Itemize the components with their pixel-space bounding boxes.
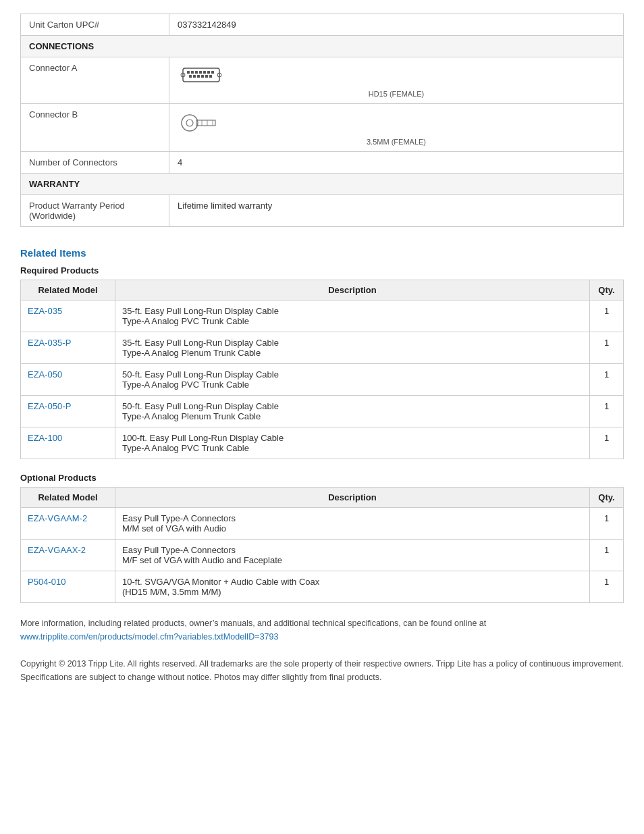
connector-a-label: Connector A — [21, 57, 169, 104]
table-row-warranty: Product Warranty Period (Worldwide) Life… — [21, 195, 624, 227]
table-row: P504-010 10-ft. SVGA/VGA Monitor + Audio… — [21, 571, 624, 603]
model-cell: P504-010 — [21, 571, 115, 603]
svg-rect-14 — [205, 75, 208, 78]
svg-rect-5 — [195, 71, 198, 74]
description-cell: Easy Pull Type-A Connectors M/M set of V… — [115, 508, 590, 540]
qty-cell: 1 — [590, 301, 624, 332]
description-cell: 50-ft. Easy Pull Long-Run Display Cable … — [115, 364, 590, 396]
table-row: Unit Carton UPC# 037332142849 — [21, 14, 624, 36]
model-cell: EZA-050-P — [21, 396, 115, 427]
table-header-row: Related Model Description Qty. — [21, 488, 624, 508]
model-cell: EZA-035 — [21, 301, 115, 332]
model-cell: EZA-VGAAX-2 — [21, 540, 115, 571]
connector-b-value: 3.5MM (FEMALE) — [169, 104, 624, 152]
3mm-female-caption: 3.5MM (FEMALE) — [178, 138, 615, 146]
desc-main: 10-ft. SVGA/VGA Monitor + Audio Cable wi… — [122, 577, 583, 587]
description-cell: Easy Pull Type-A Connectors M/F set of V… — [115, 540, 590, 571]
hd15-female-icon: HD15 (FEMALE) — [178, 63, 615, 98]
svg-rect-10 — [189, 75, 192, 78]
qty-cell: 1 — [590, 364, 624, 396]
hd15-female-caption: HD15 (FEMALE) — [178, 90, 615, 98]
col-header-qty: Qty. — [590, 488, 624, 508]
model-link[interactable]: EZA-035 — [28, 306, 62, 316]
model-cell: EZA-050 — [21, 364, 115, 396]
svg-rect-12 — [197, 75, 200, 78]
col-header-description: Description — [115, 280, 590, 301]
table-row: EZA-100 100-ft. Easy Pull Long-Run Displ… — [21, 427, 624, 459]
3mm-female-icon: 3.5MM (FEMALE) — [178, 109, 615, 146]
table-row: EZA-035 35-ft. Easy Pull Long-Run Displa… — [21, 301, 624, 332]
connector-a-value: HD15 (FEMALE) — [169, 57, 624, 104]
required-products-table: Related Model Description Qty. EZA-035 3… — [20, 280, 624, 459]
desc-main: 35-ft. Easy Pull Long-Run Display Cable — [122, 338, 583, 348]
model-link[interactable]: EZA-100 — [28, 433, 62, 443]
model-link[interactable]: EZA-050 — [28, 369, 62, 380]
desc-main: 35-ft. Easy Pull Long-Run Display Cable — [122, 306, 583, 316]
col-header-model: Related Model — [21, 280, 115, 301]
svg-rect-11 — [193, 75, 196, 78]
svg-rect-6 — [199, 71, 202, 74]
related-items-section: Related Items Required Products Related … — [20, 247, 624, 603]
qty-cell: 1 — [590, 540, 624, 571]
table-row: EZA-VGAAM-2 Easy Pull Type-A Connectors … — [21, 508, 624, 540]
model-link[interactable]: EZA-035-P — [28, 338, 71, 348]
spec-table: Unit Carton UPC# 037332142849 CONNECTION… — [20, 14, 624, 227]
spec-label: Unit Carton UPC# — [21, 14, 169, 36]
model-cell: EZA-100 — [21, 427, 115, 459]
svg-rect-4 — [191, 71, 194, 74]
footer-info-text: More information, including related prod… — [20, 619, 486, 628]
related-items-title: Related Items — [20, 247, 624, 259]
required-products-section: Required Products Related Model Descript… — [20, 265, 624, 459]
col-header-description: Description — [115, 488, 590, 508]
svg-rect-15 — [209, 75, 212, 78]
desc-main: 50-ft. Easy Pull Long-Run Display Cable — [122, 401, 583, 411]
copyright-text: Copyright © 2013 Tripp Lite. All rights … — [20, 657, 624, 684]
desc-sub: Type-A Analog Plenum Trunk Cable — [122, 411, 583, 421]
table-row: EZA-035-P 35-ft. Easy Pull Long-Run Disp… — [21, 332, 624, 364]
qty-cell: 1 — [590, 396, 624, 427]
connectors-count-value: 4 — [169, 152, 624, 174]
footer-url-link[interactable]: www.tripplite.com/en/products/model.cfm?… — [20, 632, 278, 642]
svg-rect-13 — [201, 75, 204, 78]
svg-rect-8 — [207, 71, 210, 74]
table-row-section-warranty: WARRANTY — [21, 174, 624, 195]
table-row-section: CONNECTIONS — [21, 36, 624, 57]
table-row-connectors-count: Number of Connectors 4 — [21, 152, 624, 174]
table-row: EZA-050 50-ft. Easy Pull Long-Run Displa… — [21, 364, 624, 396]
table-row: EZA-VGAAX-2 Easy Pull Type-A Connectors … — [21, 540, 624, 571]
desc-main: Easy Pull Type-A Connectors — [122, 513, 583, 523]
optional-products-section: Optional Products Related Model Descript… — [20, 473, 624, 603]
model-link[interactable]: P504-010 — [28, 577, 65, 587]
warranty-value: Lifetime limited warranty — [169, 195, 624, 227]
connector-b-label: Connector B — [21, 104, 169, 152]
desc-main: Easy Pull Type-A Connectors — [122, 545, 583, 555]
svg-rect-0 — [183, 68, 219, 82]
desc-sub: Type-A Analog PVC Trunk Cable — [122, 316, 583, 326]
model-link[interactable]: EZA-VGAAX-2 — [28, 545, 86, 555]
optional-products-table: Related Model Description Qty. EZA-VGAAM… — [20, 487, 624, 603]
model-link[interactable]: EZA-050-P — [28, 401, 71, 411]
desc-sub: Type-A Analog PVC Trunk Cable — [122, 443, 583, 453]
description-cell: 35-ft. Easy Pull Long-Run Display Cable … — [115, 332, 590, 364]
svg-rect-7 — [203, 71, 206, 74]
desc-sub: M/M set of VGA with Audio — [122, 523, 583, 533]
svg-point-16 — [182, 115, 198, 131]
hd15-female-svg — [178, 63, 225, 88]
description-cell: 10-ft. SVGA/VGA Monitor + Audio Cable wi… — [115, 571, 590, 603]
model-cell: EZA-VGAAM-2 — [21, 508, 115, 540]
description-cell: 50-ft. Easy Pull Long-Run Display Cable … — [115, 396, 590, 427]
desc-sub: Type-A Analog PVC Trunk Cable — [122, 380, 583, 390]
desc-main: 50-ft. Easy Pull Long-Run Display Cable — [122, 369, 583, 380]
section-header-warranty: WARRANTY — [21, 174, 624, 195]
model-link[interactable]: EZA-VGAAM-2 — [28, 513, 87, 523]
qty-cell: 1 — [590, 571, 624, 603]
desc-main: 100-ft. Easy Pull Long-Run Display Cable — [122, 433, 583, 443]
model-cell: EZA-035-P — [21, 332, 115, 364]
col-header-qty: Qty. — [590, 280, 624, 301]
table-header-row: Related Model Description Qty. — [21, 280, 624, 301]
warranty-label: Product Warranty Period (Worldwide) — [21, 195, 169, 227]
svg-point-17 — [186, 120, 193, 126]
svg-rect-3 — [187, 71, 190, 74]
table-row: EZA-050-P 50-ft. Easy Pull Long-Run Disp… — [21, 396, 624, 427]
table-row-connector-a: Connector A — [21, 57, 624, 104]
